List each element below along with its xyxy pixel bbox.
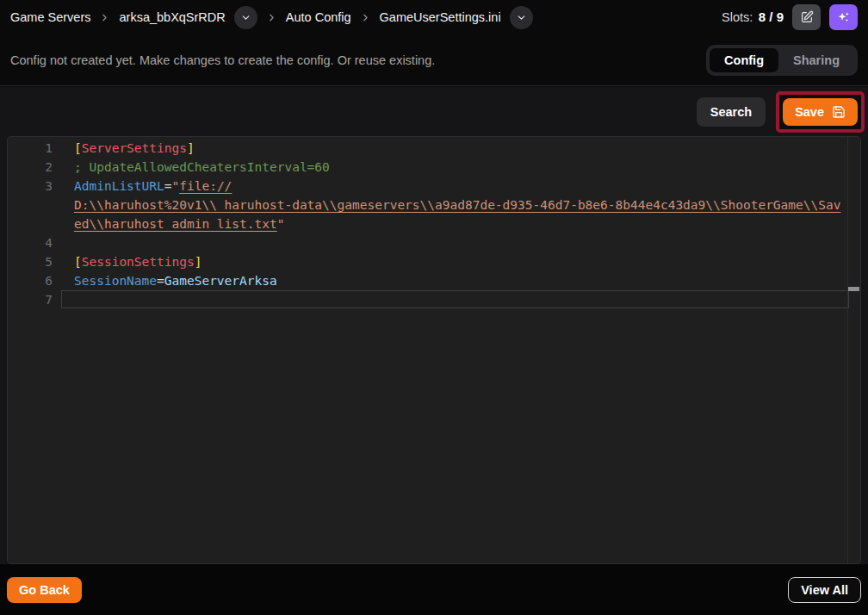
line-number	[8, 214, 53, 233]
tab-sharing[interactable]: Sharing	[778, 48, 854, 72]
chevron-down-icon	[240, 12, 251, 23]
search-button[interactable]: Search	[697, 97, 766, 127]
line-number: 7	[8, 290, 53, 309]
config-banner: Config not created yet. Make changes to …	[0, 34, 868, 86]
code-line[interactable]: D:\\haruhost%20v1\\_haruhost-data\\games…	[8, 196, 860, 214]
save-button-label: Save	[795, 105, 824, 119]
scrollbar-track	[847, 137, 848, 563]
chevron-down-icon	[516, 12, 527, 23]
view-all-button[interactable]: View All	[788, 577, 861, 603]
code-line[interactable]: 1[ServerSettings]	[8, 139, 860, 158]
code-line[interactable]: 4	[8, 233, 860, 252]
line-number: 3	[8, 177, 53, 196]
chevron-right-icon	[99, 12, 110, 23]
floppy-disk-icon	[832, 105, 846, 119]
go-back-button[interactable]: Go Back	[7, 577, 82, 603]
code-line[interactable]: 2; UpdateAllowedCheatersInterval=60	[8, 158, 860, 177]
line-number: 1	[8, 139, 53, 158]
editor-lines: 1[ServerSettings]2; UpdateAllowedCheater…	[8, 139, 860, 309]
edit-config-button[interactable]	[792, 4, 821, 30]
file-dropdown-button[interactable]	[510, 6, 533, 29]
code-line[interactable]: 7	[8, 290, 860, 309]
line-number: 5	[8, 252, 53, 271]
tab-config[interactable]: Config	[710, 48, 778, 72]
config-status-message: Config not created yet. Make changes to …	[10, 53, 435, 67]
code-line[interactable]: 3AdminListURL="file://	[8, 177, 860, 196]
server-dropdown-button[interactable]	[234, 6, 257, 29]
chevron-right-icon	[360, 12, 371, 23]
top-bar: Game Servers arksa_bbXqSrRDR Auto Config…	[0, 0, 868, 34]
save-button[interactable]: Save	[783, 98, 858, 126]
sparkles-icon	[836, 10, 851, 25]
scrollbar-thumb[interactable]	[848, 287, 859, 291]
ai-assist-button[interactable]	[829, 4, 858, 30]
line-number: 2	[8, 158, 53, 177]
save-highlight-box: Save	[776, 91, 865, 133]
line-number	[8, 196, 53, 214]
breadcrumb-file-name[interactable]: GameUserSettings.ini	[380, 10, 501, 24]
breadcrumb-server-name[interactable]: arksa_bbXqSrRDR	[119, 10, 225, 24]
slots-value: 8 / 9	[759, 9, 784, 24]
editor-toolbar: Search Save	[7, 87, 861, 136]
line-number: 6	[8, 271, 53, 290]
footer-bar: Go Back View All	[0, 564, 868, 615]
code-line[interactable]: 5[SessionSettings]	[8, 252, 860, 271]
code-editor[interactable]: 1[ServerSettings]2; UpdateAllowedCheater…	[7, 136, 861, 564]
pencil-square-icon	[800, 10, 814, 24]
chevron-right-icon	[266, 12, 277, 23]
code-line[interactable]: ed\\haruhost_admin_list.txt"	[8, 214, 860, 233]
config-panel: Search Save 1[ServerSettings]2; UpdateAl…	[0, 87, 868, 564]
breadcrumb-auto-config[interactable]: Auto Config	[286, 10, 351, 24]
line-number: 4	[8, 233, 53, 252]
config-sharing-toggle: Config Sharing	[706, 45, 858, 76]
slots-label: Slots:	[722, 10, 753, 24]
code-line[interactable]: 6SessionName=GameServerArksa	[8, 271, 860, 290]
breadcrumb-game-servers[interactable]: Game Servers	[10, 10, 90, 24]
